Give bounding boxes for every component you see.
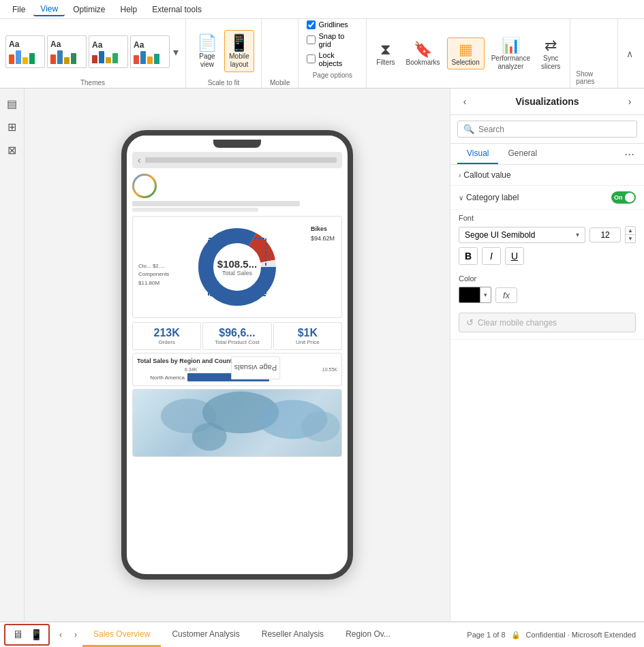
phone-mockup: ‹ Bikes $94.62M Clo... $2 [121,130,353,580]
category-label-arrow: ∨ [459,194,463,202]
callout-value-arrow: › [459,172,461,179]
search-icon: 🔍 [463,124,474,134]
prev-page-button[interactable]: ‹ [54,628,67,642]
svg-point-8 [192,423,227,451]
search-input[interactable] [478,125,631,134]
mobile-view-icon[interactable]: 📱 [28,627,44,643]
callout-value-section[interactable]: › Callout value [450,165,644,185]
donut-center-value: $108.5... Total Sales [217,258,257,277]
menu-file[interactable]: File [5,3,32,16]
panel-expand-button[interactable]: › [622,94,637,109]
map-section [132,389,342,457]
next-page-button[interactable]: › [69,628,82,642]
panel-title: Visualizations [472,96,622,107]
lock-objects-checkbox[interactable]: Lock objects [307,51,358,67]
page-tab-sales-overview[interactable]: Sales Overview [82,622,161,647]
kpi-total-product-cost: $96,6... Total Product Cost [202,322,271,350]
scale-to-fit-label: Scale to fit [208,79,240,86]
mobile-layout-button[interactable]: 📱 Mobilelayout [224,30,254,72]
filters-button[interactable]: ⧗ Filters [372,38,399,69]
mobile-label: Mobile [270,79,290,86]
color-swatch-button[interactable]: ▾ [459,287,491,303]
italic-button[interactable]: I [482,247,501,265]
gridlines-checkbox[interactable]: Gridlines [307,20,358,29]
visualizations-panel: ‹ Visualizations › 🔍 Visual General ··· … [450,89,644,621]
fx-button[interactable]: fx [495,287,517,303]
performance-analyzer-button[interactable]: 📊 Performanceanalyzer [487,34,534,74]
font-selector[interactable]: Segoe UI Semibold ▾ [459,227,585,243]
donut-left-labels: Clo... $2.... Components $11.80M [138,262,169,288]
sidebar-icon-table[interactable]: ⊞ [3,117,22,136]
kpi-orders: 213K Orders [132,322,201,350]
snap-to-grid-checkbox[interactable]: Snap to grid [307,32,358,48]
show-panes-label: Show panes [576,70,612,85]
page-options-label: Page options [307,72,358,79]
font-size-spinner[interactable]: ▲ ▼ [625,226,636,243]
tab-visual[interactable]: Visual [457,144,498,164]
page-visuals-tab[interactable]: Page visuals [231,356,280,379]
menu-help[interactable]: Help [113,3,144,16]
tab-general[interactable]: General [498,144,547,164]
callout-value-label: Callout value [463,170,510,180]
page-view-button[interactable]: 📄 Pageview [193,31,221,72]
theme-swatch-4[interactable]: Aa [130,35,170,68]
page-tab-region-overview[interactable]: Region Ov... [335,622,401,647]
font-label: Font [459,214,636,222]
theme-swatch-3[interactable]: Aa [89,35,128,68]
page-view-label: Pageview [199,52,215,69]
bold-button[interactable]: B [459,247,478,265]
menu-view[interactable]: View [33,3,65,16]
donut-bikes-label: Bikes $94.62M [311,225,335,243]
menu-external-tools[interactable]: External tools [145,3,209,16]
sidebar-icon-bar-chart[interactable]: ▤ [3,94,22,113]
page-tab-customer-analysis[interactable]: Customer Analysis [161,622,250,647]
category-label-text: Category label [466,193,611,202]
sidebar-icon-format[interactable]: ⊠ [3,140,22,159]
tab-more-button[interactable]: ··· [622,148,637,160]
sync-slicers-button[interactable]: ⇄ Syncslicers [537,34,564,74]
underline-button[interactable]: U [505,247,524,265]
color-dropdown-arrow[interactable]: ▾ [480,287,491,303]
svg-point-7 [301,411,340,442]
themes-dropdown-arrow[interactable]: ▾ [172,44,180,60]
lock-icon: 🔒 [511,631,521,640]
color-label: Color [459,274,636,283]
themes-label: Themes [80,79,105,86]
font-size-input[interactable] [589,227,621,242]
panel-prev-button[interactable]: ‹ [457,94,472,109]
kpi-unit-price: $1K Unit Price [273,322,342,350]
page-status: Page 1 of 8 [467,631,505,639]
font-dropdown-arrow: ▾ [576,231,579,238]
confidential-status: Confidential · Microsoft Extended [526,631,636,639]
category-label-section[interactable]: ∨ Category label On [450,186,644,209]
selection-button[interactable]: ▦ Selection [447,37,485,69]
theme-swatch-2[interactable]: Aa [47,35,87,68]
collapse-ribbon-button[interactable]: ∧ [624,46,636,62]
clear-label: Clear mobile changes [478,318,557,328]
desktop-view-icon[interactable]: 🖥 [10,627,26,643]
mobile-layout-label: Mobilelayout [229,52,249,69]
category-label-toggle[interactable]: On [611,191,636,204]
theme-swatch-1[interactable]: Aa [5,35,45,68]
clear-icon: ↺ [466,317,474,328]
bookmarks-button[interactable]: 🔖 Bookmarks [402,38,444,69]
menu-optimize[interactable]: Optimize [66,3,112,16]
page-tab-reseller-analysis[interactable]: Reseller Analysis [251,622,335,647]
clear-mobile-changes-button[interactable]: ↺ Clear mobile changes [459,313,636,332]
